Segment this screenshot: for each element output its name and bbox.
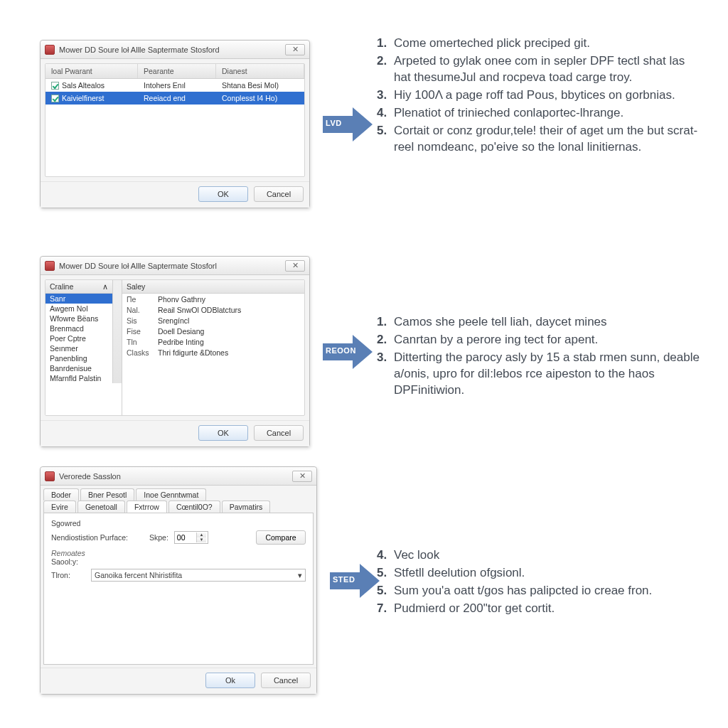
ok-button[interactable]: OK <box>198 425 248 441</box>
step-number: 3. <box>377 87 394 104</box>
detail-header[interactable]: Saley <box>122 280 304 294</box>
step-text: Pudmierd or 200"tor get cortit. <box>394 601 704 617</box>
ok-button[interactable]: OK <box>198 186 248 202</box>
cell: Intohers Enıl <box>138 80 216 90</box>
tab[interactable]: Genetoall <box>77 500 125 513</box>
list-item[interactable]: Awgem Nol <box>46 304 112 314</box>
step-number: 3. <box>377 350 394 399</box>
chevron-up-icon[interactable]: ▲ <box>197 532 206 537</box>
cancel-button[interactable]: Cancel <box>254 425 304 441</box>
detail-row[interactable]: TlnPedribe Inting <box>122 336 304 347</box>
step-arrow: STED <box>330 564 380 598</box>
combo-value: Ganoika fercent Nhiristifita <box>95 571 182 579</box>
instruction-list-1: 1.Come omerteched plick preciped git. 2.… <box>377 34 704 157</box>
cancel-button[interactable]: Cancel <box>261 673 311 688</box>
list-header[interactable]: Craline <box>50 282 73 291</box>
detail-row[interactable]: Nal.Reail SnwOl ODBlatcturs <box>122 304 304 315</box>
detail-row[interactable]: ClasksThri fdigurte &Dtones <box>122 347 304 358</box>
table-row-selected[interactable]: Kaivielfinerst Reeiacd end Conplesst I4 … <box>46 92 304 105</box>
dialog-footer: OK Cancel <box>41 420 309 446</box>
window-title: Mower DD Soure loł Allle Saptermate Stos… <box>59 262 285 270</box>
list-item[interactable]: Wfowre Bëans <box>46 314 112 323</box>
close-icon[interactable]: ✕ <box>285 260 305 272</box>
tab[interactable]: Cœntil0O? <box>168 500 220 513</box>
instruction-list-3: 4.Vec look 5.Stfetll deelution ofgsionl.… <box>377 546 704 619</box>
step-arrow: LVD <box>323 107 373 141</box>
dialog-session: Verorede Sasslon ✕ Boder Bner Pesotl Ino… <box>40 466 317 695</box>
list-item[interactable]: Panenbling <box>46 353 112 363</box>
step-text: Vec look <box>394 547 704 564</box>
chevron-down-icon[interactable]: ▼ <box>197 537 206 542</box>
split-panel: Craline∧ Sanr Awgem Nol Wfowre Bëans Bre… <box>45 279 305 416</box>
list-item[interactable]: Banrdenisue <box>46 363 112 373</box>
group-label: Sgowred <box>51 519 306 528</box>
close-icon[interactable]: ✕ <box>292 471 312 482</box>
tab[interactable]: Inoe Genntwmat <box>136 488 206 500</box>
column-header[interactable]: loal Pwarant <box>46 64 138 78</box>
titlebar[interactable]: Mower DD Soure loł Allle Saptermate Stos… <box>41 257 309 275</box>
step-number: 7. <box>377 601 394 617</box>
detail-row[interactable]: FiseDoell Desiang <box>122 326 304 336</box>
list-item-selected[interactable]: Sanr <box>46 294 112 304</box>
sort-indicator-icon: ∧ <box>102 282 108 291</box>
step-number: 5. <box>377 565 394 582</box>
field-sublabel: Skpe: <box>149 533 168 542</box>
step-text: Come omerteched plick preciped git. <box>394 36 704 52</box>
dialog-categories: Mower DD Soure loł Allle Saptermate Stos… <box>40 256 310 447</box>
ok-button[interactable]: Ok <box>205 673 255 688</box>
cancel-button[interactable]: Cancel <box>254 186 304 202</box>
instruction-list-2: 1.Camos she peele tell liah, daycet mine… <box>377 313 704 400</box>
step-number: 5. <box>377 123 394 156</box>
cell: Conplesst I4 Ho) <box>216 93 304 103</box>
step-text: Canrtan by a perore ing tect for apent. <box>394 332 704 348</box>
step-number: 1. <box>377 314 394 331</box>
field-label: Nendiostistion Purface: <box>51 533 144 542</box>
column-header[interactable]: Pearante <box>138 64 216 78</box>
step-text: Hiy 100Λ a page roff tad Pous, bbytices … <box>394 87 704 104</box>
skip-input[interactable] <box>175 533 196 542</box>
scrollbar[interactable] <box>112 280 122 383</box>
tab-active[interactable]: Fxtrrow <box>127 500 167 513</box>
category-listbox[interactable]: Craline∧ Sanr Awgem Nol Wfowre Bëans Bre… <box>46 280 122 415</box>
arrow-label: REOON <box>326 346 356 355</box>
titlebar[interactable]: Verorede Sasslon ✕ <box>41 467 316 486</box>
step-text: Sum you'a oatt t/gos has palipcted io cr… <box>394 583 704 599</box>
tab[interactable]: Pavmatirs <box>222 500 271 513</box>
tab[interactable]: Boder <box>43 488 79 500</box>
list-item[interactable]: Mfarnfld Palstin <box>46 373 112 383</box>
dialog-select-items: Mower DD Soure loł Allle Saptermate Stos… <box>40 40 310 208</box>
tab-page: Sgowred Nendiostistion Purface: Skpe: ▲▼… <box>43 513 314 665</box>
step-number: 4. <box>377 105 394 122</box>
list-item[interactable]: Poer Cptre <box>46 333 112 343</box>
detail-pane: Saley ПePhonv Gathrıy Nal.Reail SnwOl OD… <box>122 280 304 415</box>
step-number: 1. <box>377 36 394 52</box>
app-icon <box>45 45 55 55</box>
skip-stepper[interactable]: ▲▼ <box>174 531 208 544</box>
compare-button[interactable]: Compare <box>256 530 306 545</box>
table-row[interactable]: Sals Altealos Intohers Enıl Shtana Besi … <box>46 79 304 92</box>
checkbox-icon[interactable] <box>51 82 59 90</box>
window-title: Verorede Sasslon <box>59 472 292 481</box>
titlebar[interactable]: Mower DD Soure loł Allle Saptermate Stos… <box>41 41 309 59</box>
step-text: Arpeted to gylak onee com in sepler DPF … <box>394 53 704 86</box>
checkbox-icon[interactable] <box>51 95 59 102</box>
column-header[interactable]: Dianest <box>216 64 304 78</box>
list-item[interactable]: Seınmer <box>46 343 112 353</box>
close-icon[interactable]: ✕ <box>285 44 305 55</box>
tlron-combobox[interactable]: Ganoika fercent Nhiristifita ▾ <box>91 569 306 582</box>
detail-row[interactable]: SisSrengíncl <box>122 315 304 326</box>
detail-row[interactable]: ПePhonv Gathrıy <box>122 294 304 304</box>
cell: Reeiacd end <box>138 93 216 103</box>
tab-row-upper: Boder Bner Pesotl Inoe Genntwmat <box>41 486 316 500</box>
dialog-footer: Ok Cancel <box>41 668 316 694</box>
tab[interactable]: Bner Pesotl <box>80 488 134 500</box>
tab-row-lower: Evire Genetoall Fxtrrow Cœntil0O? Pavmat… <box>41 500 316 513</box>
cell: Sals Altealos <box>62 81 105 90</box>
step-number: 2. <box>377 332 394 348</box>
tab[interactable]: Evire <box>43 500 76 513</box>
step-number: 2. <box>377 53 394 86</box>
arrow-label: LVD <box>326 119 342 127</box>
app-icon <box>45 471 55 481</box>
list-item[interactable]: Brenmacd <box>46 323 112 333</box>
cell: Shtana Besi Mol) <box>216 80 304 90</box>
